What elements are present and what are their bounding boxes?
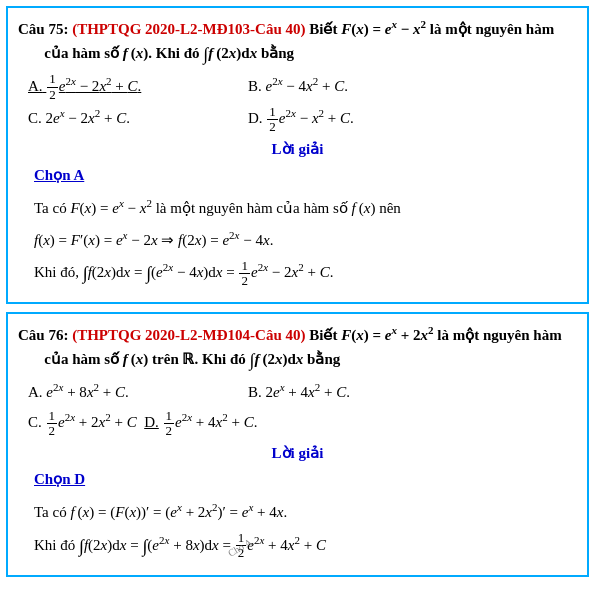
q75-sol-line1: Ta có F(x) = ex − x2 là một nguyên hàm c… [34,193,571,223]
q75-sol-line3: Khi đó, ∫f(2x)dx = ∫(e2x − 4x)dx = 12e2x… [34,256,571,290]
question-76-block: Câu 76: (THPTQG 2020-L2-MĐ104-Câu 40) Bi… [6,312,589,577]
q75-sol-line2: f(x) = F′(x) = ex − 2x ⇒ f(2x) = e2x − 4… [34,225,571,255]
q76-sol-line2: Khi đó ∫f(2x)dx = ∫(e2x + 8x)dx = 12 Cho… [34,529,571,563]
q76-answer-A: A. e2x + 8x2 + C. [28,378,228,406]
q75-answer-A: A. 12e2x − 2x2 + C. [28,72,228,102]
q75-source: (THPTQG 2020-L2-MĐ103-Câu 40) [72,21,305,37]
q75-answers: A. 12e2x − 2x2 + C. B. e2x − 4x2 + C. C.… [28,72,577,135]
q76-number: Câu 76: [18,327,68,343]
q76-sol-line1: Ta có f (x) = (F(x))′ = (ex + 2x2)′ = ex… [34,497,571,527]
q75-solution-body: Chọn A Ta có F(x) = ex − x2 là một nguyê… [34,162,571,290]
q75-number: Câu 75: [18,21,68,37]
q76-source: (THPTQG 2020-L2-MĐ104-Câu 40) [72,327,305,343]
q75-answer-B: B. e2x − 4x2 + C. [248,72,448,102]
q76-answer-B: B. 2ex + 4x2 + C. [248,378,448,406]
q76-chosen: Chọn D [34,466,571,493]
q76-answer-C: C. 12e2x + 2x2 + C D. 12e2x + 4x2 + C. [28,408,257,438]
question-75-title: Câu 75: (THPTQG 2020-L2-MĐ103-Câu 40) Bi… [18,16,577,68]
question-76-title: Câu 76: (THPTQG 2020-L2-MĐ104-Câu 40) Bi… [18,322,577,374]
q76-answer-row-2: C. 12e2x + 2x2 + C D. 12e2x + 4x2 + C. [28,408,577,438]
q75-solution-header: Lời giải [18,140,577,158]
q76-solution-header: Lời giải [18,444,577,462]
q75-answer-row-2: C. 2ex − 2x2 + C. D. 12e2x − x2 + C. [28,104,577,134]
q76-answer-row-1: A. e2x + 8x2 + C. B. 2ex + 4x2 + C. [28,378,577,406]
q76-answers: A. e2x + 8x2 + C. B. 2ex + 4x2 + C. C. 1… [28,378,577,438]
question-75-block: Câu 75: (THPTQG 2020-L2-MĐ103-Câu 40) Bi… [6,6,589,304]
q76-solution-body: Chọn D Ta có f (x) = (F(x))′ = (ex + 2x2… [34,466,571,563]
q75-answer-C: C. 2ex − 2x2 + C. [28,104,228,134]
q75-answer-row-1: A. 12e2x − 2x2 + C. B. e2x − 4x2 + C. [28,72,577,102]
q75-answer-D: D. 12e2x − x2 + C. [248,104,448,134]
q75-chosen: Chọn A [34,162,571,189]
